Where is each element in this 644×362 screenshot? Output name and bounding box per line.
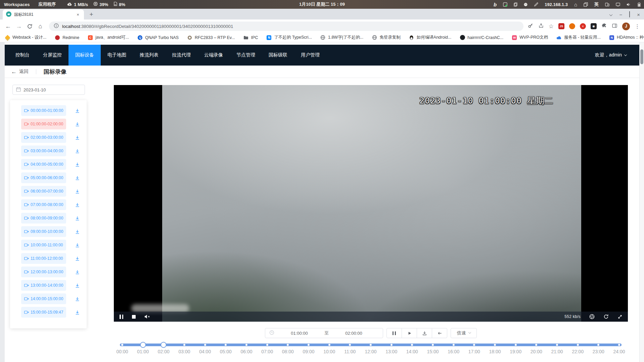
download-icon[interactable]	[74, 188, 80, 194]
browser-reload-icon[interactable]	[25, 22, 34, 31]
volume-tray-icon[interactable]	[627, 3, 631, 6]
bookmark-star-icon[interactable]: ☆	[549, 23, 554, 30]
download-icon[interactable]	[74, 121, 80, 127]
download-icon[interactable]	[74, 309, 80, 315]
date-picker-input[interactable]: 2023-01-10	[12, 85, 85, 95]
download-icon[interactable]	[74, 215, 80, 221]
browser-forward-icon[interactable]: →	[14, 22, 24, 31]
battery-tray-icon[interactable]	[638, 2, 641, 7]
timeline-end-handle[interactable]	[160, 342, 167, 348]
home-tray-icon[interactable]: ⌂	[574, 2, 577, 7]
download-record-button[interactable]	[417, 328, 432, 338]
window-restore-button[interactable]	[629, 11, 630, 17]
download-icon[interactable]	[74, 202, 80, 208]
nav-tab-cloud-record[interactable]: 云端录像	[197, 45, 230, 66]
record-pill[interactable]: 06:00:00-07:00:00	[21, 186, 66, 197]
download-icon[interactable]	[74, 161, 80, 167]
bookmark-wvp-docs[interactable]: WWVP-PRO文档	[512, 35, 548, 40]
profile-avatar[interactable]: J	[622, 23, 630, 30]
tab-close-icon[interactable]: ×	[75, 12, 81, 17]
player-mute-icon[interactable]	[144, 314, 150, 319]
pen-tray-icon[interactable]	[534, 2, 538, 7]
back-button[interactable]: ← 返回	[11, 69, 29, 75]
nav-tab-gb-devices[interactable]: 国标设备	[68, 45, 101, 66]
player-stop-icon[interactable]	[132, 315, 136, 319]
player-pause-icon[interactable]	[120, 315, 123, 319]
record-pill[interactable]: 08:00:00-09:00:00	[21, 213, 66, 224]
nav-tab-console[interactable]: 控制台	[9, 45, 36, 66]
passwords-key-icon[interactable]	[527, 23, 534, 30]
record-pill[interactable]: 05:00:00-06:00:00	[21, 172, 66, 183]
bookmark-copy-tool[interactable]: 免登录复制	[372, 35, 401, 40]
tab-search-icon[interactable]	[610, 11, 612, 17]
bookmark-qnap[interactable]: QQNAP Turbo NAS	[137, 35, 179, 40]
nav-tab-pull-proxy[interactable]: 拉流代理	[165, 45, 197, 66]
record-pill[interactable]: 12:00:00-13:00:00	[21, 267, 66, 277]
record-pill[interactable]: 03:00:00-04:00:00	[21, 146, 66, 156]
record-pill[interactable]: 14:00:00-15:00:00	[21, 293, 66, 304]
bookmark-cloud-server[interactable]: 服务器 - 轻量应用...	[556, 35, 601, 40]
download-icon[interactable]	[74, 242, 80, 248]
bookmark-github-crash[interactable]: hairrrrr/C-CrashC...	[460, 35, 503, 40]
bookmark-folder-ipc[interactable]: IPC	[243, 35, 258, 40]
window-close-button[interactable]: ×	[637, 12, 640, 17]
extension-adblock-icon[interactable]: ×	[580, 23, 586, 29]
new-tab-button[interactable]: +	[87, 10, 96, 19]
record-pill[interactable]: 11:00:00-12:00:00	[21, 253, 66, 264]
download-icon[interactable]	[74, 269, 80, 275]
window-minimize-button[interactable]: −	[619, 12, 622, 17]
download-icon[interactable]	[74, 229, 80, 235]
scrollbar-thumb[interactable]	[640, 49, 643, 64]
nav-tab-users[interactable]: 用户管理	[294, 45, 326, 66]
seek-back-button[interactable]	[432, 328, 447, 338]
download-icon[interactable]	[74, 108, 80, 114]
bookmark-redmine[interactable]: Redmine	[55, 35, 79, 40]
play-button[interactable]	[402, 328, 417, 338]
bing-tray-icon[interactable]: b	[494, 2, 497, 7]
download-icon[interactable]	[74, 255, 80, 262]
bookmark-webstack[interactable]: Webstack - 设计...	[5, 35, 46, 40]
record-pill[interactable]: 00:00:00-01:00:00	[21, 105, 66, 116]
display-tray-icon[interactable]	[616, 3, 620, 6]
workspaces-switcher-icon[interactable]	[584, 2, 588, 7]
page-scrollbar[interactable]	[639, 42, 644, 362]
site-info-icon[interactable]	[54, 23, 59, 29]
clipboard-tray-icon[interactable]	[514, 2, 517, 7]
bookmark-csdn[interactable]: Cjava、android可...	[88, 35, 129, 40]
input-method-indicator[interactable]: 英	[594, 1, 599, 7]
download-icon[interactable]	[74, 296, 80, 302]
cpu-usage-indicator[interactable]: 39%	[93, 2, 108, 7]
player-refresh-icon[interactable]	[603, 314, 609, 319]
snapshot-icon[interactable]	[589, 314, 595, 319]
record-pill[interactable]: 04:00:00-05:00:00	[21, 159, 66, 170]
download-icon[interactable]	[74, 282, 80, 288]
extension-js-icon[interactable]: JS	[558, 23, 564, 29]
record-pill[interactable]: 15:00:00-15:09:47	[21, 307, 66, 318]
download-icon[interactable]	[74, 175, 80, 181]
end-time-input[interactable]: 02:00:00	[329, 331, 379, 336]
record-pill[interactable]: 09:00:00-10:00:00	[21, 226, 66, 237]
browser-back-icon[interactable]: ←	[3, 22, 13, 31]
record-pill-active[interactable]: 01:00:00-02:00:00	[21, 119, 66, 129]
extensions-puzzle-icon[interactable]	[601, 23, 607, 30]
record-pill[interactable]: 13:00:00-14:00:00	[21, 280, 66, 291]
side-panel-icon[interactable]	[612, 23, 617, 30]
browser-tab[interactable]: 国标28181 ×	[3, 9, 84, 19]
desktop-clock[interactable]: 1月10日 星期二 15：09	[299, 1, 345, 7]
devices-tray-icon[interactable]	[605, 2, 609, 7]
browser-menu-icon[interactable]: ⋮	[635, 23, 640, 30]
extension-proxy-icon[interactable]	[569, 23, 575, 29]
nav-tab-gb-cascade[interactable]: 国标级联	[262, 45, 294, 66]
applications-button[interactable]: 应用程序	[38, 1, 56, 7]
bookmark-android-build[interactable]: 如何编译Android...	[409, 35, 452, 40]
robot-tray-icon[interactable]	[524, 3, 527, 6]
share-icon[interactable]	[538, 23, 544, 30]
download-icon[interactable]	[74, 134, 80, 140]
ip-address-indicator[interactable]: 192.168.1.3	[545, 2, 568, 7]
nav-tab-push-list[interactable]: 推流列表	[133, 45, 165, 66]
record-pill[interactable]: 07:00:00-08:00:00	[21, 199, 66, 210]
bookmark-rfc2833[interactable]: RFC2833 – RTP Ev...	[187, 35, 235, 40]
nav-tab-split-monitor[interactable]: 分屏监控	[36, 45, 68, 66]
nav-tab-nodes[interactable]: 节点管理	[230, 45, 262, 66]
start-time-input[interactable]: 01:00:00	[274, 331, 324, 336]
